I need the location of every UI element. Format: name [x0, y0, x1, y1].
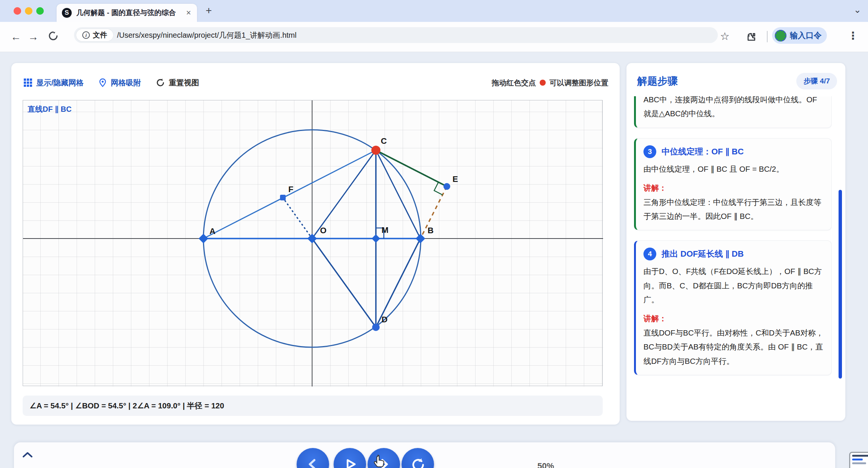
label-O: O — [320, 226, 326, 235]
toggle-grid-label: 显示/隐藏网格 — [36, 78, 84, 88]
toggle-grid-button[interactable]: 显示/隐藏网格 — [23, 78, 84, 88]
mini-window-thumbnail[interactable] — [849, 452, 868, 468]
toolbar-divider — [767, 31, 768, 42]
grid-snap-label: 网格吸附 — [111, 78, 141, 88]
window-close-button[interactable] — [14, 7, 21, 15]
browser-window: S 几何解题 - 圆的直径与弦的综合 × + ⌄ ← → i 文件 /Users… — [0, 0, 868, 468]
profile-label: 输入口令 — [790, 30, 822, 41]
label-M: M — [382, 225, 388, 235]
label-E: E — [452, 174, 458, 184]
label-B: B — [428, 226, 434, 235]
tab-title: 几何解题 - 圆的直径与弦的综合 — [76, 8, 181, 18]
browser-toolbar: ← → i 文件 /Users/xespy/nineclaw/project/几… — [0, 22, 868, 52]
chevron-up-icon — [22, 451, 33, 458]
browser-tab-strip: S 几何解题 - 圆的直径与弦的综合 × + ⌄ — [0, 0, 868, 22]
step-number-badge: 4 — [643, 248, 656, 260]
step-title: 推出 DOF延长线 ∥ DB — [662, 248, 744, 260]
geometry-panel: 显示/隐藏网格 网格吸附 重置视图 拖动红色交点 可以调整图形位置 直线DF ∥… — [11, 63, 620, 425]
reset-view-icon — [155, 78, 165, 88]
zoom-level-label: 50% — [537, 461, 554, 468]
url-text[interactable]: /Users/xespy/nineclaw/project/几何题1_讲解动画.… — [117, 30, 297, 40]
back-button[interactable]: ← — [11, 31, 21, 43]
extensions-icon[interactable] — [746, 32, 757, 45]
geometry-canvas[interactable]: 直线DF ∥ BC — [23, 100, 603, 386]
step-title: 中位线定理：OF ∥ BC — [662, 146, 744, 157]
play-icon — [341, 455, 359, 468]
browser-menu-icon[interactable]: ⋮ — [848, 29, 858, 42]
mini-window-content — [852, 455, 868, 457]
reset-view-label: 重置视图 — [169, 78, 199, 88]
forward-button[interactable]: → — [28, 31, 38, 43]
window-minimize-button[interactable] — [25, 7, 32, 15]
tab-favicon-icon: S — [62, 8, 72, 18]
chevron-left-icon — [304, 455, 322, 468]
sidebar-scrollbar[interactable] — [839, 190, 842, 379]
profile-button[interactable]: 输入口令 — [772, 27, 827, 44]
angle-status-bar: ∠A = 54.5° | ∠BOD = 54.5° | 2∠A = 109.0°… — [23, 396, 603, 416]
explain-label: 讲解： — [643, 312, 824, 326]
step-card-previous: ABC中，连接两边中点得到的线段叫做中位线。OF就是△ABC的中位线。 — [634, 96, 832, 128]
tab-close-icon[interactable]: × — [185, 8, 192, 18]
point-E — [443, 183, 450, 190]
step-number-badge: 3 — [643, 145, 656, 158]
label-A: A — [209, 226, 215, 236]
step-progress-badge: 步骤 4/7 — [796, 73, 837, 89]
label-C: C — [381, 136, 387, 146]
reset-view-button[interactable]: 重置视图 — [155, 78, 199, 88]
pin-icon — [98, 78, 107, 87]
geometry-figure: A O M B C D E F — [23, 100, 603, 386]
site-info-chip[interactable]: i 文件 — [76, 29, 113, 41]
puzzle-icon — [746, 32, 757, 43]
label-F: F — [288, 185, 293, 194]
tab-search-chevron-icon[interactable]: ⌄ — [854, 5, 861, 15]
parallel-annotation: 直线DF ∥ BC — [28, 104, 72, 114]
address-bar[interactable]: i 文件 /Users/xespy/nineclaw/project/几何题1_… — [74, 27, 718, 43]
step-body: 由于D、O、F共线（F在DO延长线上），OF ∥ BC方向。而B、C、D都在圆上… — [643, 264, 824, 306]
new-tab-button[interactable]: + — [206, 5, 212, 17]
mini-window-content — [852, 462, 866, 464]
mouse-cursor — [373, 454, 386, 468]
step-body: ABC中，连接两边中点得到的线段叫做中位线。OF就是△ABC的中位线。 — [643, 96, 824, 121]
sidebar-header: 解题步骤 步骤 4/7 — [637, 72, 837, 90]
site-info-icon: i — [82, 31, 90, 39]
window-zoom-button[interactable] — [36, 7, 44, 15]
grid-background — [23, 100, 603, 386]
point-D — [372, 323, 380, 331]
sidebar-title: 解题步骤 — [637, 74, 678, 88]
step-body: 由中位线定理，OF ∥ BC 且 OF = BC/2。 — [643, 162, 824, 176]
grid-snap-button[interactable]: 网格吸附 — [98, 78, 141, 88]
step-explanation: 三角形中位线定理：中位线平行于第三边，且长度等于第三边的一半。因此OF ∥ BC… — [643, 195, 824, 223]
red-dot-icon — [540, 80, 546, 86]
browser-tab[interactable]: S 几何解题 - 圆的直径与弦的综合 × — [57, 4, 197, 22]
replay-icon — [409, 455, 427, 468]
mini-window-content — [852, 459, 863, 460]
site-info-label: 文件 — [93, 30, 107, 40]
solution-steps-panel: 解题步骤 步骤 4/7 ABC中，连接两边中点得到的线段叫做中位线。OF就是△A… — [626, 63, 845, 421]
collapse-player-button[interactable] — [22, 451, 33, 460]
step-card-3: 3 中位线定理：OF ∥ BC 由中位线定理，OF ∥ BC 且 OF = BC… — [634, 138, 832, 231]
drag-hint-suffix: 可以调整图形位置 — [549, 78, 608, 88]
reload-button[interactable] — [48, 30, 59, 44]
bookmark-star-icon[interactable]: ☆ — [720, 30, 729, 43]
board-toolbar: 显示/隐藏网格 网格吸附 重置视图 拖动红色交点 可以调整图形位置 — [23, 74, 608, 91]
explain-label: 讲解： — [643, 181, 824, 195]
step-card-4-current: 4 推出 DOF延长线 ∥ DB 由于D、O、F共线（F在DO延长线上），OF … — [634, 240, 832, 375]
reload-icon — [48, 30, 59, 42]
profile-avatar — [775, 30, 786, 42]
point-C-draggable[interactable] — [371, 146, 380, 155]
drag-hint: 拖动红色交点 可以调整图形位置 — [492, 78, 608, 88]
grid-icon — [23, 78, 32, 87]
drag-hint-prefix: 拖动红色交点 — [492, 78, 536, 88]
label-D: D — [382, 315, 388, 324]
steps-list[interactable]: ABC中，连接两边中点得到的线段叫做中位线。OF就是△ABC的中位线。 3 中位… — [634, 96, 832, 416]
point-F — [280, 195, 286, 200]
step-explanation: 直线DOF与BC平行。由对称性，C和D关于AB对称，BC与BD关于AB有特定的角… — [643, 326, 824, 368]
